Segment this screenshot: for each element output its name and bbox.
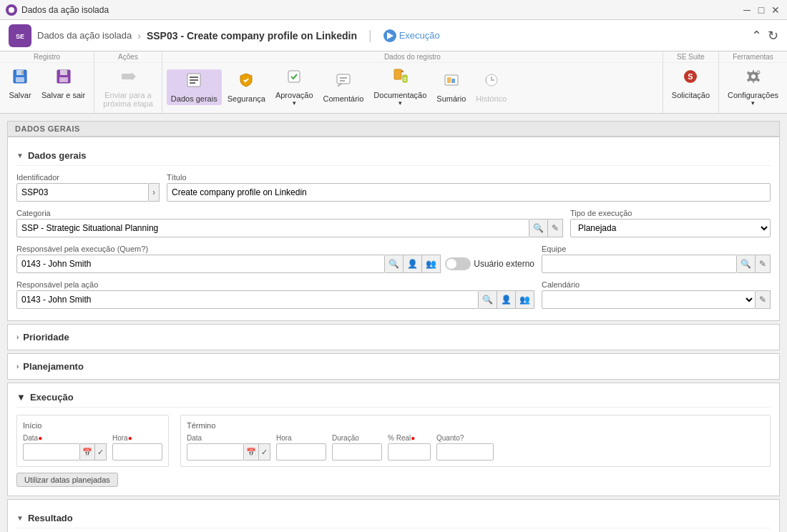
breadcrumb-bar: SE Dados da ação isolada › SSP03 - Creat…: [0, 20, 787, 51]
real-input[interactable]: [388, 443, 431, 460]
svg-rect-22: [340, 80, 345, 82]
exec-badge[interactable]: Execução: [383, 29, 440, 42]
solicitacao-button[interactable]: S Solicitação: [668, 66, 714, 102]
svg-rect-26: [404, 78, 406, 79]
duracao-input[interactable]: [332, 443, 382, 460]
resp-acao-group-btn[interactable]: 👥: [516, 290, 534, 309]
title-bar-text: Dados da ação isolada: [21, 5, 109, 15]
resultado-card: ▼ Resultado Resultado Company profile cr…: [7, 499, 780, 532]
identificador-lookup-btn[interactable]: ›: [149, 183, 160, 202]
collapse-button[interactable]: ⌃: [751, 28, 762, 44]
comentario-button[interactable]: Comentário: [319, 69, 368, 105]
dados-gerais-arrow: ▼: [16, 152, 24, 159]
exec-label: Execução: [399, 30, 440, 41]
toolbar-section-acoes-label: Ações: [94, 51, 162, 63]
minimize-button[interactable]: ─: [741, 4, 753, 16]
toolbar-section-acoes: Ações Enviar para a próxima etapa: [94, 51, 162, 113]
seguranca-label: Segurança: [228, 94, 265, 103]
identificador-input[interactable]: [16, 183, 149, 202]
comentario-label: Comentário: [323, 94, 364, 103]
refresh-button[interactable]: ↻: [768, 28, 778, 44]
planejamento-title: Planejamento: [23, 361, 84, 372]
titulo-input[interactable]: [167, 183, 771, 202]
row-categoria-tipo: Categoria 🔍 ✎ Tipo de execução Planejada: [16, 209, 771, 237]
toggle-control[interactable]: [445, 257, 471, 270]
quanto-label: Quanto?: [436, 434, 494, 442]
termino-hora-input[interactable]: [276, 443, 326, 460]
calendario-edit-btn[interactable]: ✎: [756, 290, 771, 309]
resultado-header[interactable]: ▼ Resultado: [16, 508, 771, 528]
equipe-search-btn[interactable]: 🔍: [737, 255, 756, 273]
dados-gerais-header[interactable]: ▼ Dados gerais: [16, 146, 771, 166]
resp-execucao-group-btn[interactable]: 👥: [422, 255, 441, 273]
calendario-select[interactable]: [542, 290, 756, 309]
historico-icon: [483, 72, 500, 93]
enviar-proxima-label: Enviar para a próxima etapa: [103, 91, 153, 108]
svg-point-37: [757, 72, 758, 73]
svg-rect-29: [447, 77, 451, 83]
termino-clear-btn[interactable]: ✓: [259, 443, 270, 460]
save-exit-icon: ←: [55, 68, 72, 89]
inicio-date-group: 📅 ✓: [23, 443, 107, 460]
configuracoes-icon: [745, 68, 762, 89]
configuracoes-button[interactable]: Configurações ▾: [723, 66, 783, 109]
toolbar-section-sesuite-label: SE Suite: [663, 51, 718, 63]
resp-execucao-search-btn[interactable]: 🔍: [385, 255, 404, 273]
resp-execucao-user-btn[interactable]: 👤: [404, 255, 422, 273]
sumario-button[interactable]: Sumário: [432, 69, 470, 105]
execucao-header[interactable]: ▼ Execução: [16, 392, 771, 408]
dados-gerais-label: Dados gerais: [171, 94, 217, 103]
equipe-edit-btn[interactable]: ✎: [756, 255, 771, 273]
documentacao-button[interactable]: Documentação ▾: [369, 66, 431, 109]
prioridade-header[interactable]: › Prioridade: [16, 327, 771, 347]
equipe-input[interactable]: [542, 255, 737, 273]
resp-execucao-input[interactable]: [16, 255, 385, 273]
inicio-calendar-btn[interactable]: 📅: [80, 443, 95, 460]
termino-calendar-btn[interactable]: 📅: [244, 443, 259, 460]
titulo-label: Título: [167, 173, 771, 182]
resp-acao-user-btn[interactable]: 👤: [497, 290, 516, 309]
salvar-button[interactable]: Salvar: [4, 66, 36, 102]
inicio-clear-btn[interactable]: ✓: [95, 443, 107, 460]
inicio-hora-input[interactable]: [112, 443, 162, 460]
prioridade-title: Prioridade: [23, 332, 69, 343]
group-identificador: Identificador ›: [16, 173, 160, 202]
usuario-externo-toggle[interactable]: Usuário externo: [445, 257, 534, 270]
solicitacao-icon: S: [682, 68, 699, 89]
resp-acao-search-btn[interactable]: 🔍: [479, 290, 497, 309]
toolbar-section-dados: Dados do registro Dados gerais: [162, 51, 663, 113]
categoria-input[interactable]: [16, 219, 529, 237]
svg-rect-30: [451, 79, 455, 83]
dados-gerais-button[interactable]: Dados gerais: [167, 69, 222, 105]
quanto-input[interactable]: [436, 443, 494, 460]
historico-button[interactable]: Histórico: [471, 69, 511, 105]
categoria-edit-btn[interactable]: ✎: [548, 219, 563, 237]
seguranca-button[interactable]: Segurança: [223, 69, 270, 105]
send-next-icon: [119, 68, 137, 89]
maximize-button[interactable]: □: [756, 4, 767, 16]
toolbar: Registro Salvar: [0, 51, 787, 114]
enviar-proxima-button[interactable]: Enviar para a próxima etapa: [99, 66, 157, 110]
breadcrumb-divider: |: [368, 28, 372, 43]
prioridade-arrow: ›: [16, 333, 19, 341]
close-button[interactable]: ✕: [770, 4, 781, 16]
categoria-search-btn[interactable]: 🔍: [529, 219, 548, 237]
termino-data-input[interactable]: [187, 443, 244, 460]
row-resp-equipe: Responsável pela execução (Quem?) 🔍 👤 👥 …: [16, 245, 771, 273]
svg-marker-24: [401, 69, 404, 72]
termino-hora-label: Hora: [276, 434, 326, 442]
salvar-sair-button[interactable]: ← Salvar e sair: [37, 66, 89, 102]
planejamento-header[interactable]: › Planejamento: [16, 357, 771, 376]
usar-datas-planejadas-button[interactable]: Utilizar datas planejadas: [16, 473, 118, 487]
inicio-data-label: Data●: [23, 434, 107, 442]
inicio-data-input[interactable]: [23, 443, 80, 460]
historico-label: Histórico: [476, 94, 507, 103]
aprovacao-button[interactable]: Aprovação ▾: [271, 66, 318, 109]
execucao-card: ▼ Execução Início Data● 📅 ✓: [7, 383, 780, 496]
resp-acao-input[interactable]: [16, 290, 479, 309]
svg-rect-12: [122, 74, 132, 79]
resp-execucao-label: Responsável pela execução (Quem?): [16, 245, 534, 253]
termino-group: Término Data 📅 ✓ Hora: [180, 415, 771, 467]
categoria-label: Categoria: [16, 209, 563, 217]
tipo-execucao-select[interactable]: Planejada: [570, 219, 771, 237]
